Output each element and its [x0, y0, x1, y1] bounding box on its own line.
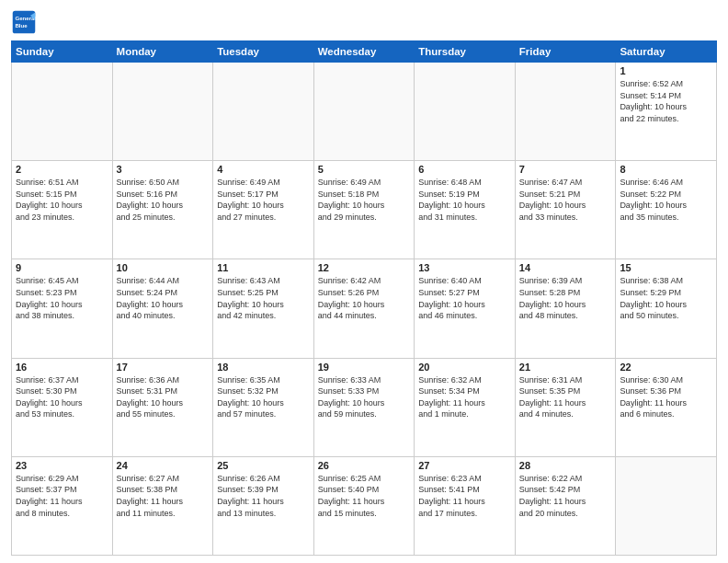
calendar-day-cell: 13Sunrise: 6:40 AM Sunset: 5:27 PM Dayli… [415, 259, 516, 358]
day-number: 20 [418, 362, 511, 373]
day-info: Sunrise: 6:49 AM Sunset: 5:18 PM Dayligh… [318, 177, 411, 223]
day-number: 7 [519, 164, 612, 175]
day-info: Sunrise: 6:25 AM Sunset: 5:40 PM Dayligh… [318, 473, 411, 519]
calendar-day-cell: 3Sunrise: 6:50 AM Sunset: 5:16 PM Daylig… [112, 161, 213, 259]
calendar-day-cell: 7Sunrise: 6:47 AM Sunset: 5:21 PM Daylig… [515, 161, 616, 259]
calendar-day-cell: 8Sunrise: 6:46 AM Sunset: 5:22 PM Daylig… [616, 161, 717, 259]
svg-text:Blue: Blue [15, 22, 28, 29]
day-info: Sunrise: 6:51 AM Sunset: 5:15 PM Dayligh… [16, 177, 108, 223]
day-info: Sunrise: 6:48 AM Sunset: 5:19 PM Dayligh… [418, 177, 511, 223]
day-info: Sunrise: 6:27 AM Sunset: 5:38 PM Dayligh… [117, 473, 210, 519]
calendar-day-cell: 20Sunrise: 6:32 AM Sunset: 5:34 PM Dayli… [415, 358, 516, 456]
day-info: Sunrise: 6:33 AM Sunset: 5:33 PM Dayligh… [318, 374, 411, 420]
calendar-day-header: Monday [112, 41, 213, 63]
calendar-day-cell [616, 456, 717, 555]
calendar-day-cell: 17Sunrise: 6:36 AM Sunset: 5:31 PM Dayli… [112, 358, 213, 456]
day-number: 11 [217, 262, 310, 273]
calendar-day-cell [112, 63, 213, 161]
calendar-day-cell: 16Sunrise: 6:37 AM Sunset: 5:30 PM Dayli… [12, 358, 113, 456]
calendar-day-cell: 18Sunrise: 6:35 AM Sunset: 5:32 PM Dayli… [213, 358, 314, 456]
day-number: 6 [418, 164, 511, 175]
day-number: 12 [318, 262, 411, 273]
day-info: Sunrise: 6:37 AM Sunset: 5:30 PM Dayligh… [16, 374, 108, 420]
calendar-day-header: Sunday [12, 41, 113, 63]
calendar-header-row: SundayMondayTuesdayWednesdayThursdayFrid… [12, 41, 717, 63]
day-number: 14 [519, 262, 612, 273]
calendar-day-header: Tuesday [213, 41, 314, 63]
day-number: 22 [620, 362, 712, 373]
day-info: Sunrise: 6:35 AM Sunset: 5:32 PM Dayligh… [217, 374, 310, 420]
calendar-day-cell: 27Sunrise: 6:23 AM Sunset: 5:41 PM Dayli… [415, 456, 516, 555]
day-number: 26 [318, 460, 411, 471]
calendar-day-cell: 15Sunrise: 6:38 AM Sunset: 5:29 PM Dayli… [616, 259, 717, 358]
day-number: 27 [418, 460, 511, 471]
day-number: 28 [519, 460, 612, 471]
day-info: Sunrise: 6:22 AM Sunset: 5:42 PM Dayligh… [519, 473, 612, 519]
day-info: Sunrise: 6:32 AM Sunset: 5:34 PM Dayligh… [418, 374, 511, 420]
day-number: 1 [620, 65, 712, 76]
day-info: Sunrise: 6:52 AM Sunset: 5:14 PM Dayligh… [620, 78, 712, 124]
logo: General Blue [11, 9, 40, 35]
day-info: Sunrise: 6:45 AM Sunset: 5:23 PM Dayligh… [16, 275, 108, 321]
calendar-day-cell: 11Sunrise: 6:43 AM Sunset: 5:25 PM Dayli… [213, 259, 314, 358]
day-number: 10 [117, 262, 210, 273]
logo-icon: General Blue [11, 9, 37, 35]
day-info: Sunrise: 6:26 AM Sunset: 5:39 PM Dayligh… [217, 473, 310, 519]
day-number: 21 [519, 362, 612, 373]
day-info: Sunrise: 6:38 AM Sunset: 5:29 PM Dayligh… [620, 275, 712, 321]
calendar-day-cell: 14Sunrise: 6:39 AM Sunset: 5:28 PM Dayli… [515, 259, 616, 358]
calendar-day-cell: 10Sunrise: 6:44 AM Sunset: 5:24 PM Dayli… [112, 259, 213, 358]
day-number: 15 [620, 262, 712, 273]
calendar-week-row: 1Sunrise: 6:52 AM Sunset: 5:14 PM Daylig… [12, 63, 717, 161]
calendar-week-row: 16Sunrise: 6:37 AM Sunset: 5:30 PM Dayli… [12, 358, 717, 456]
calendar-table: SundayMondayTuesdayWednesdayThursdayFrid… [11, 40, 717, 556]
calendar-day-cell: 6Sunrise: 6:48 AM Sunset: 5:19 PM Daylig… [415, 161, 516, 259]
day-number: 17 [117, 362, 210, 373]
calendar-day-cell: 23Sunrise: 6:29 AM Sunset: 5:37 PM Dayli… [12, 456, 113, 555]
calendar-day-header: Thursday [415, 41, 516, 63]
day-number: 13 [418, 262, 511, 273]
calendar-day-cell [213, 63, 314, 161]
calendar-week-row: 2Sunrise: 6:51 AM Sunset: 5:15 PM Daylig… [12, 161, 717, 259]
calendar-day-cell: 1Sunrise: 6:52 AM Sunset: 5:14 PM Daylig… [616, 63, 717, 161]
day-info: Sunrise: 6:49 AM Sunset: 5:17 PM Dayligh… [217, 177, 310, 223]
calendar-day-cell: 25Sunrise: 6:26 AM Sunset: 5:39 PM Dayli… [213, 456, 314, 555]
day-number: 16 [16, 362, 108, 373]
day-info: Sunrise: 6:42 AM Sunset: 5:26 PM Dayligh… [318, 275, 411, 321]
page: General Blue SundayMondayTuesdayWednesda… [0, 0, 728, 563]
calendar-day-header: Wednesday [313, 41, 415, 63]
calendar-day-cell [515, 63, 616, 161]
day-number: 5 [318, 164, 411, 175]
day-info: Sunrise: 6:29 AM Sunset: 5:37 PM Dayligh… [16, 473, 108, 519]
day-number: 25 [217, 460, 310, 471]
calendar-day-cell: 28Sunrise: 6:22 AM Sunset: 5:42 PM Dayli… [515, 456, 616, 555]
calendar-day-cell: 2Sunrise: 6:51 AM Sunset: 5:15 PM Daylig… [12, 161, 113, 259]
day-info: Sunrise: 6:31 AM Sunset: 5:35 PM Dayligh… [519, 374, 612, 420]
calendar-day-cell: 22Sunrise: 6:30 AM Sunset: 5:36 PM Dayli… [616, 358, 717, 456]
day-number: 9 [16, 262, 108, 273]
calendar-week-row: 9Sunrise: 6:45 AM Sunset: 5:23 PM Daylig… [12, 259, 717, 358]
day-number: 24 [117, 460, 210, 471]
calendar-day-cell: 19Sunrise: 6:33 AM Sunset: 5:33 PM Dayli… [313, 358, 415, 456]
day-info: Sunrise: 6:43 AM Sunset: 5:25 PM Dayligh… [217, 275, 310, 321]
day-number: 2 [16, 164, 108, 175]
day-number: 18 [217, 362, 310, 373]
day-info: Sunrise: 6:44 AM Sunset: 5:24 PM Dayligh… [117, 275, 210, 321]
day-number: 4 [217, 164, 310, 175]
day-info: Sunrise: 6:39 AM Sunset: 5:28 PM Dayligh… [519, 275, 612, 321]
day-info: Sunrise: 6:30 AM Sunset: 5:36 PM Dayligh… [620, 374, 712, 420]
header: General Blue [11, 9, 717, 35]
day-number: 3 [117, 164, 210, 175]
calendar-day-header: Saturday [616, 41, 717, 63]
day-number: 23 [16, 460, 108, 471]
day-info: Sunrise: 6:40 AM Sunset: 5:27 PM Dayligh… [418, 275, 511, 321]
calendar-day-header: Friday [515, 41, 616, 63]
day-info: Sunrise: 6:50 AM Sunset: 5:16 PM Dayligh… [117, 177, 210, 223]
calendar-day-cell: 4Sunrise: 6:49 AM Sunset: 5:17 PM Daylig… [213, 161, 314, 259]
day-number: 19 [318, 362, 411, 373]
day-number: 8 [620, 164, 712, 175]
day-info: Sunrise: 6:23 AM Sunset: 5:41 PM Dayligh… [418, 473, 511, 519]
calendar-week-row: 23Sunrise: 6:29 AM Sunset: 5:37 PM Dayli… [12, 456, 717, 555]
calendar-day-cell: 12Sunrise: 6:42 AM Sunset: 5:26 PM Dayli… [313, 259, 415, 358]
calendar-day-cell [313, 63, 415, 161]
